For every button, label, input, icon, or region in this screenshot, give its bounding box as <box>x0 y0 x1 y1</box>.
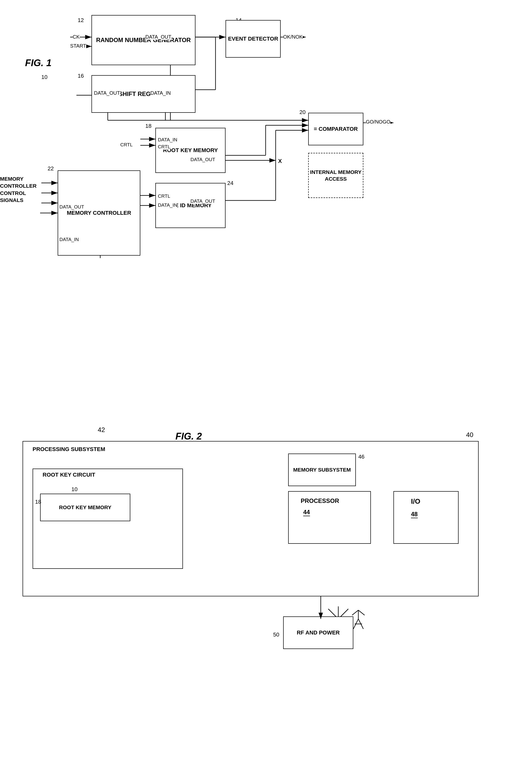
ref-44: 44 <box>303 509 310 516</box>
root-key-memory-inner-box: ROOT KEY MEMORY <box>40 494 130 521</box>
ref-10-fig1: 10 <box>41 74 47 80</box>
ref-40: 40 <box>466 431 473 439</box>
dim-crtl-label: CRTL <box>158 194 170 199</box>
mc-crtl-label: CRTL <box>120 142 133 148</box>
memory-controller-signals-label: MEMORY CONTROLLER CONTROL SIGNALS <box>0 175 41 204</box>
fig1-label: FIG. 1 <box>25 58 52 68</box>
fig2-label: FIG. 2 <box>175 431 202 442</box>
comparator-box: = COMPARATOR <box>308 113 363 145</box>
rf-power-box: RF AND POWER <box>283 617 353 649</box>
rkm-data-out-label: DATA_OUT <box>191 157 215 162</box>
ref-18-fig1: 18 <box>145 123 151 129</box>
processor-label: PROCESSOR <box>301 498 339 504</box>
diagram-arrows <box>0 0 532 757</box>
root-key-memory-box: ROOT KEY MEMORY <box>155 128 225 173</box>
ref-42: 42 <box>98 426 105 434</box>
mc-data-out-label: DATA_OUT <box>59 204 84 210</box>
ok-nok-label: OK/NOK <box>283 34 303 40</box>
memory-controller-box: MEMORY CONTROLLER <box>58 170 140 256</box>
sr-data-in-label: DATA_IN <box>150 90 171 96</box>
sr-data-out-label: DATA_OUT <box>94 90 120 96</box>
io-box <box>394 491 458 544</box>
ref-48: 48 <box>411 511 418 518</box>
rkm-crtl-label: CRTL <box>158 144 170 150</box>
ref-10-fig2: 10 <box>72 486 77 493</box>
mc-data-in-label: DATA_IN <box>59 237 79 242</box>
rng-data-out-label: DATA_OUT <box>145 34 171 40</box>
svg-line-46 <box>352 610 358 615</box>
rkm-data-in-label: DATA_IN <box>158 137 177 142</box>
ck-label: CK <box>73 34 80 40</box>
ref-46: 46 <box>358 454 364 460</box>
ref-50: 50 <box>273 631 279 638</box>
processing-subsystem-label: PROCESSING SUBSYSTEM <box>33 446 105 453</box>
svg-line-47 <box>358 610 365 615</box>
root-key-circuit-label: ROOT KEY CIRCUIT <box>43 471 95 478</box>
start-label: START <box>70 43 86 49</box>
dim-data-in-label: DATA_IN <box>158 202 177 208</box>
ref-24: 24 <box>227 180 233 186</box>
x-label: X <box>278 158 282 165</box>
ref-16: 16 <box>78 73 84 79</box>
internal-memory-access-box: INTERNAL MEMORY ACCESS <box>308 153 363 198</box>
diagram-container: FIG. 1 10 12 RANDOM NUMBER GENERATOR CK … <box>0 0 532 757</box>
ref-22: 22 <box>47 166 54 172</box>
ref-18-fig2: 18 <box>35 499 41 505</box>
ref-20: 20 <box>299 109 306 115</box>
io-label: I/O <box>411 498 420 505</box>
event-detector-box: EVENT DETECTOR <box>225 20 281 58</box>
antenna-icon <box>348 609 369 629</box>
rf-connector-line <box>318 596 323 619</box>
ref-12: 12 <box>78 17 84 23</box>
memory-subsystem-box: MEMORY SUBSYSTEM <box>288 454 356 486</box>
go-nogo-label: GO/NOGO <box>366 119 390 125</box>
rng-box: RANDOM NUMBER GENERATOR <box>91 15 195 65</box>
dim-data-out-label: DATA_OUT <box>191 198 215 204</box>
